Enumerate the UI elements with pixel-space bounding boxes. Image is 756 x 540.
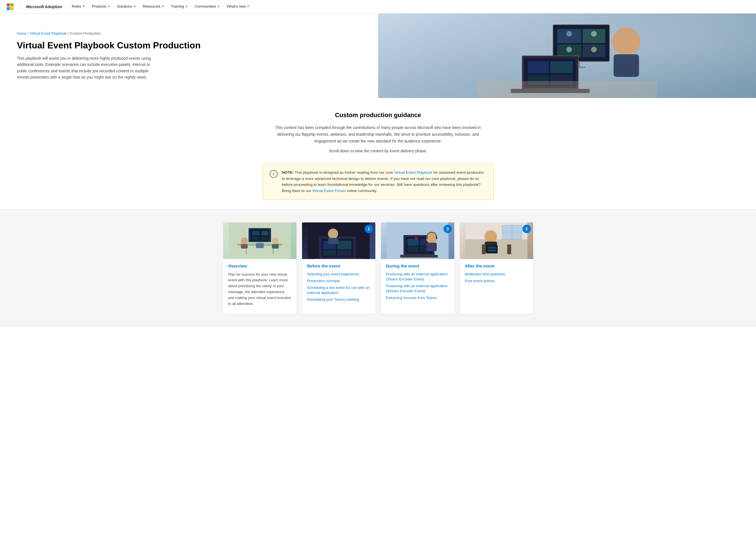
card-during-link-0[interactable]: Producing with an external application (… — [386, 272, 449, 282]
svg-rect-28 — [477, 81, 657, 98]
chevron-down-icon: ▼ — [217, 5, 220, 8]
breadcrumb-home[interactable]: Home — [17, 31, 27, 36]
svg-rect-34 — [256, 243, 264, 248]
card-during-link-1[interactable]: Producing with an external application (… — [386, 284, 449, 294]
svg-rect-44 — [261, 236, 268, 240]
svg-rect-66 — [407, 246, 419, 252]
card-during: 3 — [381, 222, 454, 314]
guidance-desc-1: This content has been compiled through t… — [268, 124, 488, 144]
svg-rect-70 — [427, 243, 437, 251]
note-link-forum[interactable]: Virtual Event Forum — [312, 189, 346, 193]
guidance-scroll-text: Scroll down to view the content by event… — [268, 148, 488, 155]
hero-illustration — [378, 14, 756, 98]
nav-divider — [20, 3, 20, 10]
card-after-link-0[interactable]: Moderator best practices — [465, 272, 528, 277]
nav-roles[interactable]: Roles ▼ — [69, 0, 88, 14]
nav-training[interactable]: Training ▼ — [168, 0, 191, 14]
card-after-body: After the event Moderator best practices… — [460, 259, 533, 314]
card-after: 3 — [460, 222, 533, 314]
after-illustration — [460, 222, 533, 259]
card-during-body: During the event Producing with an exter… — [381, 259, 454, 314]
svg-rect-71 — [426, 236, 428, 239]
card-before-link-3[interactable]: Scheduling your Teams meeting — [307, 297, 370, 302]
svg-rect-36 — [241, 244, 248, 249]
card-during-badge: 3 — [444, 225, 452, 233]
card-overview-title[interactable]: Overview — [228, 264, 291, 268]
note-label: NOTE: — [282, 170, 294, 175]
card-before-links: Selecting your event experience Producti… — [307, 272, 370, 302]
brand-link[interactable]: Microsoft Adoption — [26, 5, 62, 9]
svg-point-54 — [328, 229, 338, 239]
page-title: Virtual Event Playbook Custom Production — [17, 40, 365, 51]
card-during-link-2[interactable]: Extracting Sources from Teams — [386, 295, 449, 300]
svg-point-13 — [566, 47, 572, 52]
svg-rect-85 — [488, 247, 496, 249]
card-before-link-1[interactable]: Production concepts — [307, 278, 370, 284]
cards-section: Overview Plan for success for your next … — [0, 209, 756, 328]
card-before-title[interactable]: Before the event — [307, 264, 370, 268]
card-overview: Overview Plan for success for your next … — [223, 222, 296, 314]
logo-area: Microsoft Adoption — [7, 3, 62, 10]
hero-section: Home / Virtual Event Playbook / Custom P… — [0, 14, 756, 98]
nav-resources[interactable]: Resources ▼ — [140, 0, 167, 14]
svg-rect-81 — [482, 244, 486, 254]
card-before: 1 — [302, 222, 375, 314]
nav-communities[interactable]: Communities ▼ — [192, 0, 223, 14]
svg-rect-51 — [323, 250, 336, 256]
nav-solutions[interactable]: Solutions ▼ — [114, 0, 139, 14]
svg-point-14 — [591, 47, 597, 52]
overview-illustration — [223, 222, 296, 259]
card-during-image — [381, 222, 454, 259]
svg-rect-64 — [407, 239, 419, 245]
svg-rect-3 — [10, 7, 14, 10]
svg-rect-1 — [10, 3, 14, 6]
svg-point-11 — [566, 31, 572, 37]
svg-rect-82 — [507, 244, 511, 254]
hero-description: This playbook will assist you in deliver… — [17, 55, 152, 80]
card-after-links: Moderator best practices Post event acti… — [465, 272, 528, 284]
card-after-image-wrap: 3 — [460, 222, 533, 259]
before-illustration — [302, 222, 375, 259]
card-during-title[interactable]: During the event — [386, 264, 449, 268]
chevron-down-icon: ▼ — [247, 5, 250, 8]
note-link-playbook[interactable]: Virtual Event Playbook — [394, 170, 433, 175]
card-after-image — [460, 222, 533, 259]
card-during-links: Producing with an external application (… — [386, 272, 449, 301]
card-before-image-wrap: 1 — [302, 222, 375, 259]
card-before-link-2[interactable]: Scheduling a live event for use with an … — [307, 285, 370, 295]
breadcrumb-section[interactable]: Virtual Event Playbook — [30, 31, 67, 36]
svg-rect-43 — [252, 236, 260, 240]
note-text-1: This playbook is designed as further rea… — [295, 170, 394, 175]
chevron-down-icon: ▼ — [161, 5, 164, 8]
card-after-title[interactable]: After the event — [465, 264, 528, 268]
note-icon: ! — [270, 170, 278, 178]
note-box: ! NOTE: This playbook is designed as fur… — [263, 164, 494, 200]
microsoft-logo-icon — [7, 3, 14, 10]
guidance-title: Custom production guidance — [7, 111, 749, 119]
card-after-badge: 3 — [522, 225, 531, 233]
svg-rect-72 — [436, 236, 437, 239]
svg-rect-22 — [550, 62, 573, 73]
nav-products[interactable]: Products ▼ — [89, 0, 113, 14]
svg-point-37 — [272, 237, 279, 244]
svg-point-68 — [415, 237, 417, 239]
hero-image — [378, 14, 756, 98]
card-before-body: Before the event Selecting your event ex… — [302, 259, 375, 314]
card-before-badge: 1 — [365, 225, 373, 233]
card-before-image — [302, 222, 375, 259]
svg-point-79 — [485, 230, 497, 243]
card-after-link-1[interactable]: Post event actions — [465, 278, 528, 284]
svg-rect-50 — [337, 241, 351, 249]
hero-image-placeholder — [378, 14, 756, 98]
svg-rect-27 — [614, 54, 639, 77]
svg-point-12 — [591, 31, 597, 37]
svg-rect-52 — [337, 250, 351, 256]
svg-rect-41 — [252, 231, 260, 235]
card-before-link-0[interactable]: Selecting your event experience — [307, 272, 370, 277]
card-overview-body: Overview Plan for success for your next … — [223, 259, 296, 314]
card-overview-image-wrap — [223, 222, 296, 259]
chevron-down-icon: ▼ — [82, 5, 85, 8]
nav-whats-new[interactable]: What's new ▼ — [224, 0, 253, 14]
hero-content: Home / Virtual Event Playbook / Custom P… — [0, 14, 378, 98]
chevron-down-icon: ▼ — [185, 5, 188, 8]
